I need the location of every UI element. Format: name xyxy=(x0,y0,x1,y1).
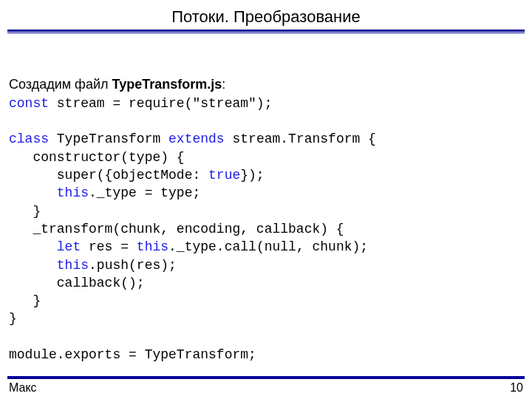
code-text: module.exports = TypeTransform; xyxy=(9,347,256,362)
footer-page: 10 xyxy=(510,381,523,395)
code-text: callback(); xyxy=(9,276,145,290)
intro-filename: TypeTransform.js xyxy=(112,77,222,92)
code-text: stream.Transform { xyxy=(225,132,376,146)
code-kw: class xyxy=(9,132,49,146)
code-text: } xyxy=(9,311,17,326)
code-text: super({objectMode: xyxy=(9,168,208,183)
code-text: } xyxy=(9,293,41,308)
code-text: constructor(type) { xyxy=(9,150,185,165)
code-text xyxy=(9,185,57,200)
content-area: Создадим файл TypeTransform.js:const str… xyxy=(0,33,532,399)
code-text xyxy=(9,258,57,273)
divider-thick xyxy=(7,30,525,32)
page-title: Потоки. Преобразование xyxy=(0,7,532,27)
intro-prefix: Создадим файл xyxy=(9,77,112,92)
divider-thick xyxy=(7,377,525,379)
code-text: ._type = type; xyxy=(89,185,200,200)
code-text xyxy=(9,239,57,254)
code-text: }); xyxy=(240,168,264,183)
code-text: } xyxy=(9,204,41,219)
code-kw: extends xyxy=(168,132,225,146)
intro-suffix: : xyxy=(222,77,225,92)
code-kw: let xyxy=(57,239,81,254)
code-text: _transform(chunk, encoding, callback) { xyxy=(9,222,344,236)
code-kw: this xyxy=(57,258,89,273)
code-text: .push(res); xyxy=(89,258,177,273)
slide: Потоки. Преобразование Создадим файл Typ… xyxy=(0,0,532,399)
code-text: res = xyxy=(81,239,137,254)
code-kw: this xyxy=(57,185,89,200)
title-area: Потоки. Преобразование xyxy=(0,0,532,30)
footer: Макс 10 xyxy=(0,376,532,399)
code-kw: this xyxy=(137,239,168,254)
code-kw: true xyxy=(208,168,240,183)
footer-author: Макс xyxy=(9,381,37,395)
code-text: stream = require("stream"); xyxy=(49,96,272,111)
intro-line: Создадим файл TypeTransform.js: xyxy=(9,75,523,93)
footer-bar: Макс 10 xyxy=(0,380,532,399)
code-text: ._type.call(null, chunk); xyxy=(168,239,368,254)
code-text: TypeTransform xyxy=(49,132,168,146)
code-kw: const xyxy=(9,96,49,111)
